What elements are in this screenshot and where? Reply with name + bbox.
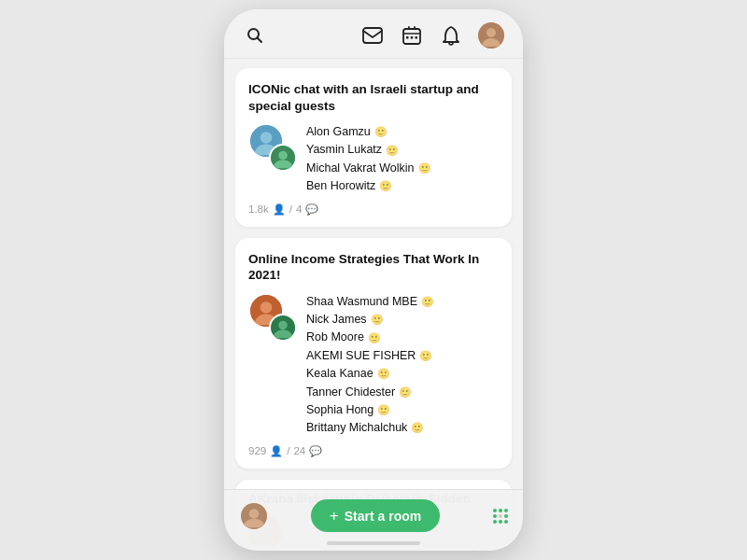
bell-icon[interactable] xyxy=(439,23,463,48)
room-title: ICONic chat with an Israeli startup and … xyxy=(248,81,499,114)
grid-dot xyxy=(504,514,508,518)
speaker-emoji: 🙂 xyxy=(386,143,399,159)
start-room-avatars xyxy=(239,501,261,531)
grid-dot xyxy=(504,509,508,512)
content-scroll[interactable]: ICONic chat with an Israeli startup and … xyxy=(224,59,523,546)
speaker-emoji: 🙂 xyxy=(379,178,392,194)
speaker-name: Nick James 🙂 xyxy=(306,311,499,329)
speaker-name: Shaa Wasmund MBE 🙂 xyxy=(306,293,499,311)
avatars-stack xyxy=(248,123,297,172)
speaker-emoji: 🙂 xyxy=(368,330,381,346)
avatar-secondary xyxy=(269,314,297,342)
start-room-button[interactable]: + Start a room xyxy=(311,499,440,532)
grid-dot xyxy=(493,509,497,512)
listener-icon: 👤 xyxy=(273,203,286,216)
room-title: Online Income Strategies That Work In 20… xyxy=(248,251,499,284)
listener-icon: 👤 xyxy=(270,445,283,457)
speakers-list: Alon Gamzu 🙂 Yasmin Lukatz 🙂 Michal Vakr… xyxy=(306,123,499,196)
speakers-list: Shaa Wasmund MBE 🙂 Nick James 🙂 Rob Moor… xyxy=(306,293,499,438)
plus-icon: + xyxy=(330,508,339,524)
svg-rect-9 xyxy=(416,36,418,39)
room-card[interactable]: Online Income Strategies That Work In 20… xyxy=(235,238,512,469)
calendar-grid-icon[interactable] xyxy=(400,23,424,48)
svg-point-13 xyxy=(261,132,273,144)
svg-point-17 xyxy=(261,301,273,314)
grid-dot xyxy=(504,520,508,524)
grid-dot xyxy=(493,520,497,524)
svg-line-1 xyxy=(258,38,262,43)
room-card[interactable]: ICONic chat with an Israeli startup and … xyxy=(235,68,512,227)
svg-rect-2 xyxy=(363,28,382,43)
svg-point-15 xyxy=(278,151,288,161)
room-footer: 929 👤 / 24 💬 xyxy=(248,445,499,457)
speaker-emoji: 🙂 xyxy=(419,348,432,364)
speaker-emoji: 🙂 xyxy=(399,385,412,400)
speaker-emoji: 🙂 xyxy=(421,294,434,310)
speaker-name: Alon Gamzu 🙂 xyxy=(306,123,499,141)
svg-point-23 xyxy=(249,509,260,519)
user-avatar[interactable] xyxy=(478,22,504,49)
speaker-name: Michal Vakrat Wolkin 🙂 xyxy=(306,160,499,177)
phone-frame: ICONic chat with an Israeli startup and … xyxy=(224,9,523,551)
grid-dot xyxy=(499,520,502,524)
avatar-secondary xyxy=(269,144,297,172)
speaker-emoji: 🙂 xyxy=(371,312,384,328)
speaker-emoji: 🙂 xyxy=(377,366,390,382)
grid-dots-icon[interactable] xyxy=(493,509,508,524)
message-icon: 💬 xyxy=(309,445,322,457)
mail-icon[interactable] xyxy=(360,23,385,48)
speaker-name: Brittany Michalchuk 🙂 xyxy=(306,419,499,437)
svg-point-11 xyxy=(486,28,496,37)
search-icon[interactable] xyxy=(243,23,267,48)
speaker-name: Rob Moore 🙂 xyxy=(306,329,499,346)
speaker-emoji: 🙂 xyxy=(377,402,390,418)
grid-dot xyxy=(499,509,502,512)
speaker-name: Ben Horowitz 🙂 xyxy=(306,177,499,195)
start-room-avatar xyxy=(239,501,269,531)
speaker-name: AKEMI SUE FISHER 🙂 xyxy=(306,347,499,365)
svg-rect-7 xyxy=(406,36,409,39)
speaker-name: Keala Kanae 🙂 xyxy=(306,365,499,383)
speaker-name: Tanner Chidester 🙂 xyxy=(306,384,499,401)
room-speakers: Shaa Wasmund MBE 🙂 Nick James 🙂 Rob Moor… xyxy=(248,293,499,438)
avatars-stack xyxy=(248,293,297,342)
svg-rect-8 xyxy=(411,36,414,39)
start-room-label: Start a room xyxy=(345,509,421,524)
top-bar xyxy=(224,9,523,59)
speaker-emoji: 🙂 xyxy=(374,124,388,140)
grid-dot xyxy=(499,514,502,518)
home-indicator xyxy=(327,541,420,545)
svg-point-19 xyxy=(278,320,288,329)
room-footer: 1.8k 👤 / 4 💬 xyxy=(248,203,499,216)
speaker-emoji: 🙂 xyxy=(411,420,424,436)
speaker-emoji: 🙂 xyxy=(418,161,431,176)
room-speakers: Alon Gamzu 🙂 Yasmin Lukatz 🙂 Michal Vakr… xyxy=(248,123,499,196)
message-icon: 💬 xyxy=(305,203,318,216)
grid-dot xyxy=(493,514,497,518)
speaker-name: Yasmin Lukatz 🙂 xyxy=(306,141,499,159)
speaker-name: Sophia Hong 🙂 xyxy=(306,401,499,419)
top-bar-icons xyxy=(360,22,504,49)
